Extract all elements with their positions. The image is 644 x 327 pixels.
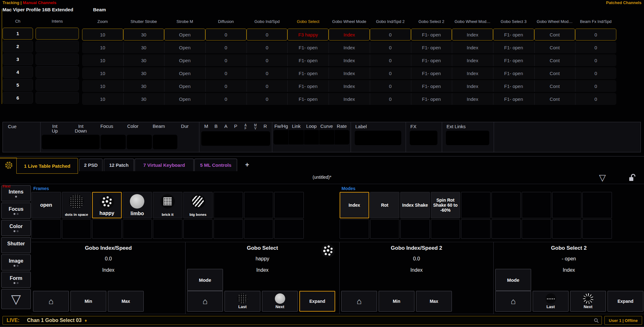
mode-tile-rot[interactable]: Rot <box>370 192 400 218</box>
last-button[interactable]: Last <box>533 291 569 312</box>
last-button[interactable]: Last <box>225 291 260 312</box>
channel-value-cell[interactable]: Cont <box>534 29 575 41</box>
search-icon[interactable] <box>594 318 599 324</box>
mode-tile-empty[interactable] <box>400 219 430 239</box>
mode-tile-empty[interactable] <box>431 219 460 239</box>
mode-tile-index-shake[interactable]: Index Shake <box>400 192 430 218</box>
channel-value-cell[interactable]: 0 <box>247 93 288 105</box>
sidebar-item-shutter[interactable]: Shutter <box>1 237 31 253</box>
frame-tile-empty[interactable] <box>274 219 304 239</box>
channel-number-cell[interactable]: 6 <box>3 92 33 104</box>
channel-value-cell[interactable]: 0 <box>575 54 616 66</box>
frame-tile-empty[interactable] <box>244 192 274 218</box>
user-status-badge[interactable]: User 1 | Offline <box>604 316 642 325</box>
frame-tile-empty[interactable] <box>31 219 61 239</box>
sidebar-item-form[interactable]: Form <box>1 272 31 288</box>
tab-live-table-patched[interactable]: 1 Live Table Patched <box>16 158 78 174</box>
channel-value-cell[interactable]: 30 <box>123 29 164 41</box>
channel-number-cell[interactable]: 5 <box>3 79 33 91</box>
command-line[interactable]: LIVE: Chan 1 Gobo Select 03 ♦ <box>3 316 602 325</box>
mode-tile-empty[interactable] <box>461 192 491 218</box>
unlock-icon[interactable] <box>628 173 636 183</box>
channel-value-cell[interactable]: F1- open <box>287 54 329 66</box>
channel-value-cell[interactable]: F1- open <box>287 80 329 92</box>
tab-patch[interactable]: 12 Patch <box>104 159 134 171</box>
channel-value-cell[interactable]: Open <box>164 41 205 53</box>
frame-tile-brick-it[interactable]: brick it <box>153 192 182 218</box>
channel-value-cell[interactable]: 0 <box>575 41 616 53</box>
channel-value-cell[interactable]: 10 <box>82 80 123 92</box>
frame-tile-empty[interactable] <box>214 192 243 218</box>
channel-value-cell[interactable]: 0 <box>575 29 616 41</box>
next-button[interactable]: Next <box>262 291 298 312</box>
channel-value-cell[interactable]: Index <box>452 67 493 79</box>
channel-value-cell[interactable]: 0 <box>205 80 247 92</box>
frame-tile-dots-in-space[interactable]: dots in space <box>62 192 92 218</box>
frame-tile-empty[interactable] <box>123 219 152 239</box>
tab-psd[interactable]: 2 PSD <box>79 159 103 171</box>
channel-value-cell[interactable]: Cont <box>534 80 575 92</box>
next-button[interactable]: Next <box>570 291 606 312</box>
sidebar-item-image[interactable]: Image <box>1 254 31 270</box>
intensity-cell[interactable] <box>36 92 79 104</box>
channel-value-cell[interactable]: Index <box>329 80 370 92</box>
add-tab-button[interactable]: + <box>242 159 253 171</box>
expand-button[interactable]: Expand <box>608 291 643 312</box>
gear-icon[interactable] <box>3 159 14 172</box>
channel-value-cell[interactable]: F1- open <box>411 41 452 53</box>
channel-value-cell[interactable]: 0 <box>370 67 411 79</box>
channel-value-cell[interactable]: 10 <box>82 67 123 79</box>
channel-value-cell[interactable]: F1- open <box>411 80 452 92</box>
intensity-cell[interactable] <box>36 53 79 65</box>
frame-tile-big-bones[interactable]: big bones <box>183 192 213 218</box>
channel-value-cell[interactable]: F1- open <box>493 67 534 79</box>
channel-number-cell[interactable]: 1 <box>3 28 33 40</box>
home-button[interactable]: ⌂ <box>33 291 69 312</box>
channel-value-cell[interactable]: 30 <box>123 54 164 66</box>
channel-value-cell[interactable]: F1- open <box>411 54 452 66</box>
sidebar-collapse-button[interactable]: ▽ <box>1 289 31 309</box>
mode-tile-spin-rot-shake-60-to-60[interactable]: Spin Rot Shake 60 to -60% <box>431 192 460 218</box>
channel-value-cell[interactable]: 0 <box>575 67 616 79</box>
channel-value-cell[interactable]: 0 <box>205 67 247 79</box>
frame-tile-empty[interactable] <box>274 192 304 218</box>
frame-tile-open[interactable]: open <box>31 192 61 218</box>
channel-value-cell[interactable]: 10 <box>82 93 123 105</box>
intensity-cell[interactable] <box>36 41 79 52</box>
max-button[interactable]: Max <box>416 291 452 312</box>
channel-number-cell[interactable]: 4 <box>3 66 33 78</box>
intensity-cell[interactable] <box>36 28 79 40</box>
channel-value-cell[interactable]: Index <box>452 29 493 41</box>
channel-value-cell[interactable]: Cont <box>534 93 575 105</box>
mode-tile-empty[interactable] <box>340 219 369 239</box>
mode-tile-empty[interactable] <box>522 219 551 239</box>
channel-value-cell[interactable]: F1- open <box>493 29 534 41</box>
channel-value-cell[interactable]: Open <box>164 29 205 41</box>
frame-tile-empty[interactable] <box>62 219 92 239</box>
channel-value-cell[interactable]: Open <box>164 80 205 92</box>
channel-value-cell[interactable]: 0 <box>247 67 288 79</box>
channel-value-cell[interactable]: Open <box>164 67 205 79</box>
channel-value-cell[interactable]: 10 <box>82 54 123 66</box>
frame-tile-empty[interactable] <box>153 219 182 239</box>
expand-button[interactable]: Expand <box>299 291 335 312</box>
mode-tile-empty[interactable] <box>552 219 582 239</box>
frame-tile-happy[interactable]: happy <box>92 192 122 218</box>
mode-button[interactable]: Mode <box>187 269 223 291</box>
channel-value-cell[interactable]: F1- open <box>411 29 452 41</box>
mode-tile-empty[interactable] <box>582 192 612 218</box>
channel-value-cell[interactable]: Index <box>329 67 370 79</box>
frame-tile-empty[interactable] <box>214 219 243 239</box>
channel-value-cell[interactable]: 0 <box>205 54 247 66</box>
tab-virtual-keyboard[interactable]: 7 Virtual Keyboard <box>135 159 194 171</box>
channel-value-cell[interactable]: F1- open <box>287 93 329 105</box>
intensity-cell[interactable] <box>36 79 79 91</box>
channel-value-cell[interactable]: 30 <box>123 80 164 92</box>
channel-value-cell[interactable]: 0 <box>247 29 288 41</box>
mode-tile-empty[interactable] <box>370 219 400 239</box>
channel-value-cell[interactable]: 10 <box>82 29 123 41</box>
channel-value-cell[interactable]: 0 <box>370 54 411 66</box>
frame-tile-empty[interactable] <box>92 219 122 239</box>
channel-value-cell[interactable]: F1- open <box>493 54 534 66</box>
channel-value-cell[interactable]: 0 <box>370 80 411 92</box>
